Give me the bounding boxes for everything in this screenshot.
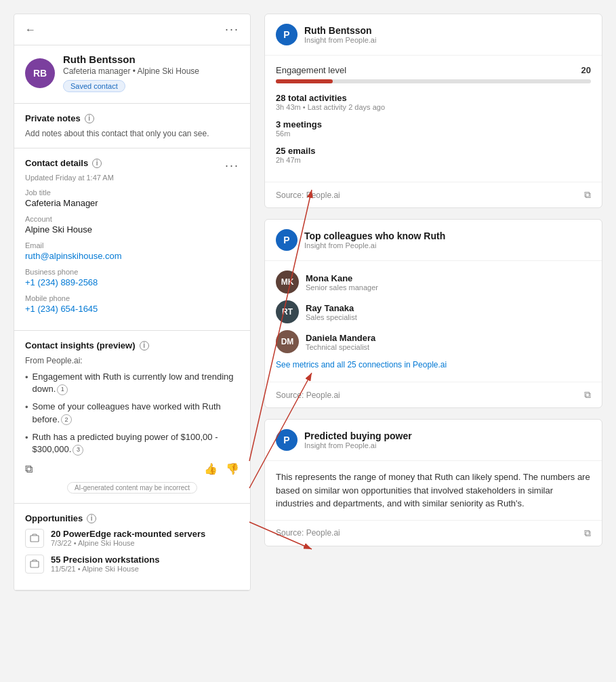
insight-text-3: Ruth has a predicted buying power of $10… [33,431,239,456]
people-ai-avatar-3: P [276,429,297,451]
colleague-item-ray: RT Ray Tanaka Sales specialist [276,300,591,323]
insight-highlight-3: Ruth [33,432,51,442]
insight-item-3: • Ruth has a predicted buying power of $… [25,431,239,456]
buying-power-external-link-icon[interactable]: ⧉ [584,527,591,539]
colleague-item-mona: MK Mona Kane Senior sales manager [276,270,591,294]
insight-bullet-2: • [25,401,28,414]
contact-details-updated: Updated Friday at 1:47 AM [25,174,239,182]
insight-actions: ⧉ 👍 👎 [25,462,239,475]
contact-info-section: RB Ruth Bentsson Cafeteria manager • Alp… [14,45,250,104]
saved-contact-badge: Saved contact [63,80,125,92]
buying-power-card-header: P Predicted buying power Insight from Pe… [265,420,602,461]
ai-disclaimer-text: AI-generated content may be incorrect [67,482,197,494]
engagement-progress-bg [276,79,591,83]
engagement-progress-fill [276,79,333,83]
opportunities-title: Opportunities [25,513,83,523]
copy-insight-button[interactable]: ⧉ [25,463,33,475]
see-metrics-link[interactable]: See metrics and all 25 connections in Pe… [276,360,591,369]
ray-name: Ray Tanaka [306,303,357,313]
private-notes-title: Private notes [25,113,81,123]
colleagues-card-title: Top colleagues who know Ruth [304,230,445,241]
opportunity-icon-1 [25,529,44,548]
insight-text-1: Engagement with Ruth is currently low an… [33,371,239,395]
mona-avatar: MK [276,270,299,294]
biz-phone-label: Business phone [25,268,239,276]
engagement-external-link-icon[interactable]: ⧉ [584,189,591,201]
engagement-card: P Ruth Bentsson Insight from People.ai E… [264,14,602,208]
buying-power-description: This represents the range of money that … [276,470,591,510]
mona-role: Senior sales manager [306,283,378,292]
buying-power-card-body: This represents the range of money that … [265,461,602,520]
daniela-name: Daniela Mandera [306,333,375,343]
job-title-field: Job title Cafeteria Manager [25,188,239,208]
contact-details-more-button[interactable]: ··· [225,159,239,173]
insight-bullet-3: • [25,432,28,444]
svg-rect-1 [30,561,39,567]
email-label: Email [25,241,239,249]
opportunities-info-icon: i [87,514,96,523]
insight-item-2: • Some of your colleagues have worked wi… [25,401,239,425]
opportunity-name-1: 20 PowerEdge rack-mounted servers [51,529,205,539]
buying-power-card-subtitle: Insight from People.ai [304,441,412,449]
account-value: Alpine Ski House [25,224,239,235]
people-ai-avatar-1: P [276,24,297,45]
engagement-card-footer: Source: People.ai ⧉ [265,182,602,207]
colleagues-card-source: Source: People.ai [276,390,340,400]
back-button[interactable]: ← [25,24,36,36]
private-notes-section: Private notes i Add notes about this con… [14,104,250,148]
email-field: Email ruth@alpinskihouse.com [25,241,239,261]
buying-power-card-title: Predicted buying power [304,430,412,441]
insights-from-label: From People.ai: [25,356,239,365]
email-value[interactable]: ruth@alpinskihouse.com [25,251,239,261]
total-activities-stat: 28 total activities 3h 43m • Last activi… [276,93,591,111]
account-label: Account [25,215,239,223]
colleagues-card-subtitle: Insight from People.ai [304,241,445,249]
job-title-value: Cafeteria Manager [25,198,239,208]
engagement-card-subtitle: Insight from People.ai [304,36,376,44]
mobile-field: Mobile phone +1 (234) 654-1645 [25,294,239,314]
buying-power-card-footer: Source: People.ai ⧉ [265,520,602,546]
emails-sub: 2h 47m [276,156,591,164]
buying-power-card: P Predicted buying power Insight from Pe… [264,419,602,546]
opportunity-item-2: 55 Precision workstations 11/5/21 • Alpi… [25,555,239,574]
insights-info-icon: i [140,341,149,350]
ray-avatar: RT [276,300,299,323]
job-title-label: Job title [25,188,239,197]
opportunity-icon-2 [25,555,44,574]
meetings-sub: 56m [276,129,591,138]
insight-num-3: 3 [73,445,83,456]
emails-title: 25 emails [276,146,591,156]
daniela-avatar: DM [276,330,299,353]
insight-text-2: Some of your colleagues have worked with… [33,401,239,425]
panel-header: ← ··· [14,14,250,45]
ai-disclaimer: AI-generated content may be incorrect [25,481,239,494]
opportunity-meta-2: 11/5/21 • Alpine Ski House [51,565,159,573]
mobile-value[interactable]: +1 (234) 654-1645 [25,304,239,314]
insight-num-1: 1 [57,384,68,395]
colleagues-external-link-icon[interactable]: ⧉ [584,389,591,401]
insight-item-1: • Engagement with Ruth is currently low … [25,371,239,395]
avatar: RB [25,58,55,88]
opportunities-section: Opportunities i 20 PowerEdge rack-mounte… [14,504,250,590]
mobile-label: Mobile phone [25,294,239,302]
account-field: Account Alpine Ski House [25,215,239,235]
engagement-card-header: P Ruth Bentsson Insight from People.ai [265,14,602,56]
private-notes-placeholder: Add notes about this contact that only y… [25,129,239,138]
contact-name: Ruth Bentsson [63,54,199,65]
engagement-level-label: Engagement level [276,65,346,75]
insights-title: Contact insights (preview) [25,340,136,350]
opportunity-item-1: 20 PowerEdge rack-mounted servers 7/3/22… [25,529,239,548]
private-notes-info-icon: i [85,114,94,123]
insight-highlight-1: Ruth [103,372,121,382]
total-activities-title: 28 total activities [276,93,591,103]
thumbs-down-button[interactable]: 👎 [226,462,239,475]
engagement-card-source: Source: People.ai [276,190,340,200]
biz-phone-value[interactable]: +1 (234) 889-2568 [25,277,239,287]
insight-highlight-2: Ruth [202,401,220,412]
opportunity-name-2: 55 Precision workstations [51,555,159,565]
contact-role: Cafeteria manager • Alpine Ski House [63,66,199,76]
more-button[interactable]: ··· [225,22,239,37]
emails-stat: 25 emails 2h 47m [276,146,591,164]
colleagues-card-footer: Source: People.ai ⧉ [265,382,602,407]
thumbs-up-button[interactable]: 👍 [204,462,218,475]
